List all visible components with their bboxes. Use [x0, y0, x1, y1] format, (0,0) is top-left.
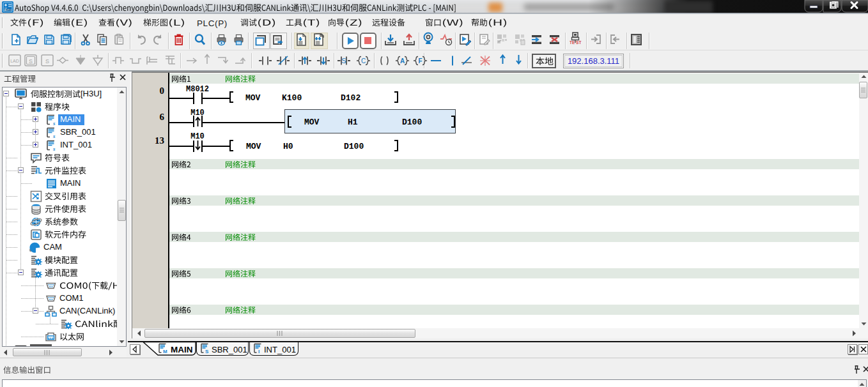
svg-text:C: C — [361, 57, 366, 64]
svg-text:TE ST: TE ST — [570, 40, 581, 45]
svg-text:S: S — [341, 57, 346, 64]
svg-text:LAD: LAD — [10, 59, 19, 63]
svg-text:AUTO: AUTO — [4, 8, 11, 11]
svg-text:I: I — [258, 349, 260, 354]
svg-text:s: s — [52, 133, 56, 139]
svg-text:S: S — [205, 349, 209, 354]
svg-text:s: s — [52, 146, 56, 151]
svg-text:A: A — [400, 57, 405, 64]
svg-text:M: M — [163, 349, 167, 354]
svg-text:s: s — [52, 120, 56, 126]
svg-text:F: F — [418, 57, 422, 64]
svg-text:S: S — [29, 58, 33, 64]
svg-text:S: S — [45, 58, 49, 64]
